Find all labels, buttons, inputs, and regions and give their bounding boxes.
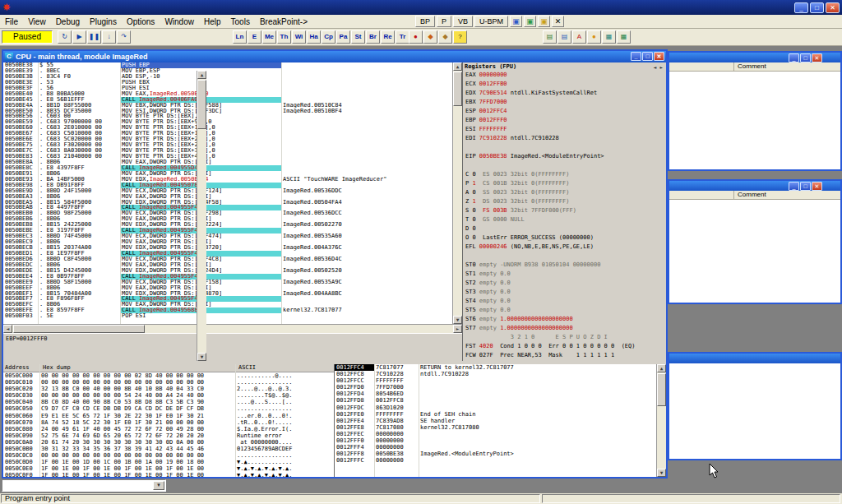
register-line[interactable] [463,252,666,261]
scroll-thumb[interactable] [657,373,666,406]
registers-next-icon[interactable]: ► [658,64,664,70]
disasm-row[interactable]: 0050BEBE. E8 3197F8FFCALL ImageRed.00495… [3,228,462,234]
menu-help[interactable]: Help [199,16,226,28]
registers-pane[interactable]: Registers (FPU) ◄ ► EAX 00000000ECX 0012… [462,62,666,361]
cpu-maximize-button[interactable]: □ [642,52,653,61]
scroll-up-icon[interactable]: ▲ [453,62,462,71]
disasm-row[interactable]: 0050BEFE. E8 8597F8FFCALL ImageRed.00495… [3,307,462,313]
stack-row[interactable]: 0012FFC47C817077RETURN to kernel32.7C817… [335,364,666,371]
scroll-up-icon[interactable]: ▲ [197,71,206,79]
menu-debug[interactable]: Debug [51,16,85,28]
disasm-row[interactable]: 0050BE98. E8 DB91F8FFCALL ImageRed.00495… [3,183,462,188]
menu-button-ubpm[interactable]: U-BPM [474,16,508,27]
disasm-row[interactable]: 0050BE7C. C683 8A030000 00MOV BYTE PTR D… [3,148,462,154]
menu-tool-icon-blue[interactable]: ▣ [510,16,522,27]
info-pane[interactable]: EBP=0012FFF0 [3,333,462,361]
register-line[interactable]: P 1 CS 001B 32bit 0(FFFFFFFF) [463,179,666,188]
log-window-icon[interactable]: ▤ [543,30,557,44]
disasm-row[interactable]: 0050BEEF. 8B06MOV EAX,DWORD PTR DS:[ESI] [3,285,462,291]
disasm-row[interactable]: 0050BE60. C683 2E010000 00MOV BYTE PTR D… [3,125,462,131]
maximize-button[interactable]: □ [810,2,824,13]
register-line[interactable] [463,143,666,152]
disasm-row[interactable]: 0050BE8A. 8B06MOV EAX,DWORD PTR DS:[ESI] [3,160,462,165]
dump-row[interactable]: 0050C0A020 61 74 20 30 30 30 30 30 30 30… [3,439,334,446]
register-line[interactable]: Z 1 DS 0023 32bit 0(FFFFFFFF) [463,197,666,206]
cpu-titlebar[interactable]: C CPU - main thread, module ImageRed _ □… [3,51,666,62]
register-line[interactable]: ST5 empty 0.0 [463,306,666,315]
menu-tools[interactable]: Tools [226,16,255,28]
register-line[interactable]: S 0 FS 003B 32bit 7FFDF000(FFF) [463,206,666,215]
register-line[interactable]: ST1 empty 0.0 [463,270,666,279]
disasm-row[interactable]: 0050BEC9. 8B06MOV EAX,DWORD PTR DS:[ESI] [3,239,462,245]
disasm-row[interactable]: 0050BEA5. 8B15 584F5000MOV EDX,DWORD PTR… [3,200,462,206]
registers-prev-icon[interactable]: ◄ [652,64,659,70]
disasm-row[interactable]: 0050BEDC. 8B06MOV EAX,DWORD PTR DS:[ESI] [3,262,462,268]
stack-row[interactable]: 0012FFDC863D1020 [335,405,666,411]
stack-row[interactable]: 0012FFD48054B6ED [335,391,666,397]
help-icon[interactable]: ? [453,30,467,44]
dump-row[interactable]: 0050C050C9 D7 CF C0 CD CE DB DB D9 CA CD… [3,405,334,412]
scroll-right-icon[interactable]: ► [453,325,462,333]
disasm-row[interactable]: 0050BED1. E8 1E97F8FFCALL ImageRed.00495… [3,251,462,257]
watch-window-icon[interactable]: ▤ [557,30,571,44]
stack-row[interactable]: 0012FFD07FFD7000 [335,384,666,391]
scroll-down-icon[interactable]: ▼ [657,469,666,477]
side-window-1-titlebar[interactable]: _ □ ✕ [669,53,840,62]
register-line[interactable]: ST3 empty 0.0 [463,288,666,297]
pause-icon[interactable]: ❚❚ [87,30,101,44]
dump-row[interactable]: 0050C0D01F 00 1E 00 1D 00 1C 00 1B 00 1A… [3,459,334,465]
disasm-row[interactable]: 0050BE3E. 53PUSH EBX [3,80,462,86]
scroll-left-icon[interactable]: ◄ [3,325,12,333]
disasm-row[interactable]: 0050BE40. B8 B0BA5000MOV EAX,ImageRed.00… [3,91,462,97]
register-line[interactable]: 3 2 1 0 E S P U O Z D I [463,333,666,342]
disasm-row[interactable]: 0050BEE9. 8B0D 58F15000MOV ECX,DWORD PTR… [3,280,462,285]
register-line[interactable]: EBP 0012FFF0 [463,116,666,125]
side-window-2-body[interactable] [669,200,840,303]
command-combobox[interactable]: ▼ [2,479,166,492]
toolbar-window-button-me[interactable]: Me [262,30,276,44]
dropdown-arrow-icon[interactable]: ▼ [153,481,164,490]
disasm-row[interactable]: 0050BEB0. 8B0D 98F25000MOV ECX,DWORD PTR… [3,210,462,216]
disasm-row[interactable]: 0050BE8C. E8 4397F8FFCALL ImageRed.00495… [3,165,462,171]
menu-options[interactable]: Options [122,16,160,28]
toolbar-window-button-pa[interactable]: Pa [336,30,350,44]
menu-button-p[interactable]: P [437,16,451,27]
dump-row[interactable]: 0050C0E01F 00 1E 00 1F 00 1E 00 1F 00 1E… [3,465,334,472]
close-button[interactable]: ✕ [826,2,840,13]
scroll-thumb[interactable] [197,80,206,129]
disasm-row[interactable]: 0050BE93. BA 14BF5000MOV EDX,ImageRed.00… [3,177,462,183]
side2-close-button[interactable]: ✕ [812,182,822,191]
toolbar-window-button-ha[interactable]: Ha [307,30,321,44]
ascii-table-icon[interactable]: A [572,30,586,44]
disasm-row[interactable]: 0050BEF7. E8 F896F8FFCALL ImageRed.00495… [3,296,462,302]
disasm-row[interactable]: 0050BE6E. C683 5C020000 00MOV BYTE PTR D… [3,136,462,142]
side-window-2-titlebar[interactable]: _ □ ✕ [669,181,840,191]
menu-breakpoint[interactable]: BreakPoint-> [255,16,312,28]
breakpoint-icon[interactable]: ● [409,30,423,44]
dump-row[interactable]: 0050C00000 00 00 00 00 00 00 00 00 02 8D… [3,372,334,379]
side1-maximize-button[interactable]: □ [800,53,811,62]
dump-row[interactable]: 0050C0F01F 00 1E 00 1F 00 1E 00 1F 00 1E… [3,472,334,477]
stack-row[interactable]: 0012FFF80050BE38ImageRed.<ModuleEntryPoi… [335,451,666,457]
disasm-row[interactable]: 0050BEB8. 8B15 24225000MOV EDX,DWORD PTR… [3,222,462,228]
menu-tool-icon-green[interactable]: ▣ [524,16,536,27]
register-line[interactable]: ECX 0012FFB0 [463,80,666,89]
dump-row[interactable]: 0050C01000 00 00 00 00 00 00 00 00 00 00… [3,379,334,386]
disasm-row[interactable]: 0050BE38$ 55PUSH EBP [3,62,462,68]
disasm-row[interactable]: 0050BEB6. 8B06MOV EAX,DWORD PTR DS:[ESI] [3,216,462,222]
stack-row[interactable]: 0012FFF000000000 [335,437,666,444]
cpu-minimize-button[interactable]: _ [631,52,641,61]
menu-window[interactable]: Window [160,16,199,28]
disasm-row[interactable]: 0050BE67. C683 C5010000 00MOV BYTE PTR D… [3,131,462,136]
register-line[interactable]: EBX 7FFD7000 [463,98,666,107]
disasm-row[interactable]: 0050BEAB. E8 4497F8FFCALL ImageRed.00495… [3,205,462,210]
toolbar-window-button-re[interactable]: Re [381,30,395,44]
register-line[interactable]: ESP 0012FFC4 [463,107,666,116]
dump-row[interactable]: 0050C0C000 00 00 00 00 00 00 00 00 00 00… [3,452,334,459]
side-window-3-body[interactable] [669,363,840,459]
menu-plugins[interactable]: Plugins [85,16,122,28]
disasm-row[interactable]: 0050BE3F. 56PUSH ESI [3,86,462,91]
plugin-toolbar-close-button[interactable]: ✕ [552,16,564,27]
menu-tool-icon-yellow[interactable]: ▣ [538,16,550,27]
dump-row[interactable]: 0050C02032 13 8B C0 00 40 00 00 8B 40 10… [3,386,334,392]
